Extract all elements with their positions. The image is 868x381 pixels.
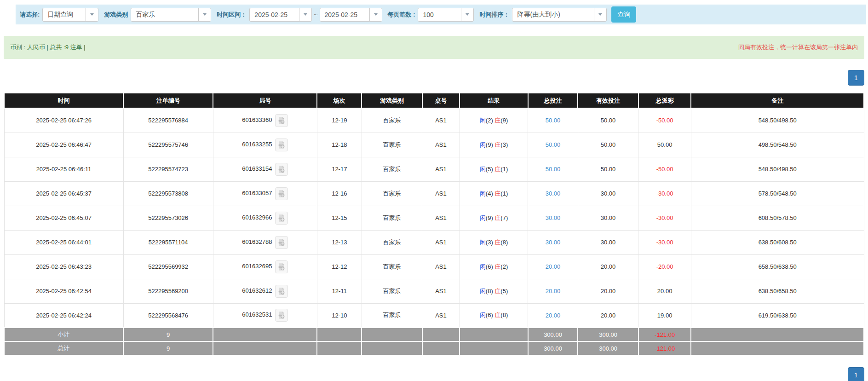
query-type-select[interactable]: 日期查询	[42, 8, 98, 22]
cell-time: 2025-02-25 06:43:23	[4, 254, 123, 279]
subtotal-row: 小计9300.00300.00-121.00	[4, 328, 864, 341]
chevron-down-icon[interactable]	[461, 8, 473, 21]
cell-bet-id: 522295568476	[123, 303, 213, 328]
cell-valid-bet: 30.00	[578, 181, 638, 206]
column-header-result: 结果	[460, 93, 528, 108]
round-id-text: 601632695	[242, 263, 272, 270]
cell-round-id: 601633360	[213, 108, 317, 133]
cell-remark: 619.50/638.50	[691, 303, 864, 328]
cell-table-no: AS1	[422, 108, 460, 133]
video-replay-button[interactable]	[275, 187, 288, 200]
cell-valid-bet: 20.00	[578, 279, 638, 303]
subtotal-empty-session	[317, 328, 362, 341]
video-replay-button[interactable]	[275, 260, 288, 273]
cell-round-id: 601632695	[213, 254, 317, 279]
total-bet-link[interactable]: 20.00	[546, 288, 561, 294]
cell-time: 2025-02-25 06:45:37	[4, 181, 123, 206]
video-replay-button[interactable]	[275, 285, 288, 298]
cell-time: 2025-02-25 06:42:24	[4, 303, 123, 328]
cell-round-id: 601633057	[213, 181, 317, 206]
chevron-down-icon[interactable]	[86, 8, 98, 21]
page-1-button[interactable]: 1	[848, 70, 864, 86]
total-empty-session	[317, 341, 362, 355]
cell-valid-bet: 20.00	[578, 303, 638, 328]
player-score: (6)	[486, 312, 495, 318]
banker-result-label: 庄	[494, 263, 500, 270]
total-bet-link[interactable]: 50.00	[546, 141, 561, 148]
page-1-button-bottom[interactable]: 1	[848, 367, 864, 381]
player-result-label: 闲	[480, 263, 486, 270]
game-type-select[interactable]: 百家乐	[131, 8, 211, 22]
round-id-text: 601632788	[242, 238, 272, 245]
cell-bet-id: 522295571104	[123, 230, 213, 254]
cell-payout: -30.00	[638, 206, 691, 230]
round-id-text: 601633360	[242, 116, 272, 123]
total-bet-link[interactable]: 20.00	[546, 312, 561, 319]
chevron-down-icon[interactable]	[299, 8, 311, 21]
time-sort-select[interactable]: 降幂(由大到小)	[512, 8, 607, 22]
video-file-icon	[277, 263, 286, 271]
cell-table-no: AS1	[422, 279, 460, 303]
table-row: 2025-02-25 06:46:11522295574723601633154…	[4, 157, 864, 181]
total-bet-link[interactable]: 20.00	[546, 263, 561, 270]
cell-result: 闲(6) 庄(2)	[460, 254, 528, 279]
cell-session: 12-19	[317, 108, 362, 133]
video-replay-button[interactable]	[275, 139, 288, 151]
player-score: (2)	[486, 117, 495, 124]
currency-count-summary: 币别 : 人民币 | 总共 :9 注单 |	[10, 43, 86, 52]
banker-result-label: 庄	[494, 288, 500, 294]
search-button[interactable]: 查询	[611, 6, 636, 23]
banker-score: (8)	[500, 239, 508, 246]
player-score: (9)	[486, 214, 495, 221]
table-row: 2025-02-25 06:44:01522295571104601632788…	[4, 230, 864, 254]
cell-time: 2025-02-25 06:44:01	[4, 230, 123, 254]
video-replay-button[interactable]	[275, 212, 288, 225]
cell-game-type: 百家乐	[362, 230, 422, 254]
cell-session: 12-15	[317, 206, 362, 230]
video-replay-button[interactable]	[275, 236, 288, 249]
subtotal-empty-round-id	[213, 328, 317, 341]
cell-payout: -30.00	[638, 230, 691, 254]
video-replay-button[interactable]	[275, 163, 288, 176]
cell-total-bet: 30.00	[528, 206, 578, 230]
total-bet-link[interactable]: 50.00	[546, 166, 561, 173]
info-bar: 币别 : 人民币 | 总共 :9 注单 | 同局有效投注，统一计算在该局第一张注…	[4, 36, 864, 59]
banker-score: (7)	[500, 214, 508, 221]
player-score: (4)	[486, 190, 495, 197]
cell-total-bet: 30.00	[528, 181, 578, 206]
date-from-input[interactable]: 2025-02-25	[249, 8, 312, 22]
cell-session: 12-10	[317, 303, 362, 328]
video-replay-button[interactable]	[275, 309, 288, 322]
total-bet-link[interactable]: 30.00	[546, 190, 561, 197]
bets-table: 时间注单编号局号场次游戏类别桌号结果总投注有效投注总派彩备注 2025-02-2…	[4, 92, 864, 356]
subtotal-total-bet: 300.00	[528, 328, 578, 341]
cell-valid-bet: 30.00	[578, 230, 638, 254]
chevron-down-icon[interactable]	[198, 8, 211, 21]
chevron-down-icon[interactable]	[594, 8, 606, 21]
cell-total-bet: 50.00	[528, 133, 578, 157]
table-header-row: 时间注单编号局号场次游戏类别桌号结果总投注有效投注总派彩备注	[4, 93, 864, 108]
column-header-payout: 总派彩	[638, 93, 691, 108]
query-type-value: 日期查询	[43, 8, 86, 21]
video-replay-button[interactable]	[275, 114, 288, 127]
cell-payout: 20.00	[638, 279, 691, 303]
page-size-label: 每页笔数 :	[388, 11, 415, 19]
table-row: 2025-02-25 06:46:47522295575746601633255…	[4, 133, 864, 157]
total-bet-link[interactable]: 30.00	[546, 214, 561, 221]
cell-result: 闲(8) 庄(5)	[460, 279, 528, 303]
total-count: 9	[123, 341, 213, 355]
video-file-icon	[277, 287, 286, 295]
cell-time: 2025-02-25 06:46:47	[4, 133, 123, 157]
total-bet-link[interactable]: 30.00	[546, 239, 561, 246]
cell-remark: 638.50/608.50	[691, 230, 864, 254]
total-bet-link[interactable]: 50.00	[546, 117, 561, 124]
filter-bar: 请选择: 日期查询 游戏类别 百家乐 时间区间： 2025-02-25 ~ 20…	[16, 5, 866, 24]
date-to-input[interactable]: 2025-02-25	[320, 8, 382, 22]
page-size-select[interactable]: 100	[418, 8, 474, 22]
cell-payout: -20.00	[638, 254, 691, 279]
chevron-down-icon[interactable]	[369, 8, 382, 21]
cell-valid-bet: 20.00	[578, 254, 638, 279]
video-file-icon	[277, 165, 286, 173]
video-file-icon	[277, 311, 286, 319]
pagination-top: 1	[4, 70, 864, 86]
